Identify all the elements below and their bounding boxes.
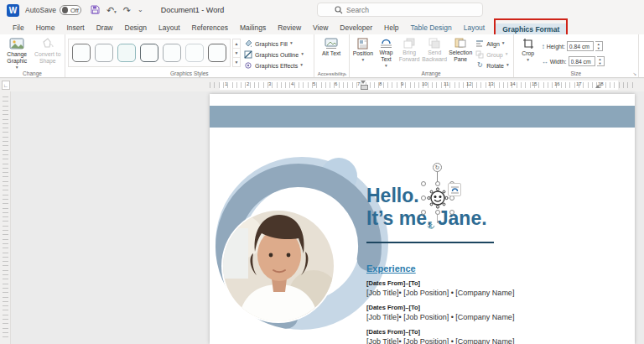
rotate-icon: ↻ xyxy=(475,61,484,70)
autosave-label: AutoSave xyxy=(25,6,56,14)
tab-graphics-format[interactable]: Graphics Format xyxy=(496,23,566,35)
graphics-style-swatch[interactable] xyxy=(185,44,204,62)
graphics-style-swatch[interactable] xyxy=(208,44,226,62)
indent-marker[interactable] xyxy=(361,81,366,90)
graphics-style-swatch[interactable] xyxy=(117,44,136,62)
gallery-down-icon[interactable]: ▼ xyxy=(233,48,240,57)
tab-design[interactable]: Design xyxy=(119,21,153,34)
resize-handle[interactable] xyxy=(449,210,454,215)
resize-handle[interactable] xyxy=(421,181,426,186)
autosave-control[interactable]: AutoSave Off xyxy=(25,5,81,15)
customize-qat-icon[interactable]: ⌄ xyxy=(138,7,143,13)
anchor-stem xyxy=(437,215,438,223)
tab-help[interactable]: Help xyxy=(378,21,404,34)
document-canvas: Hello. It’s me, Jane. Experience [Dates … xyxy=(0,91,644,344)
crop-button[interactable]: Crop ▾ xyxy=(517,36,540,70)
ruler-number: 17 xyxy=(576,81,582,86)
wrap-text-button[interactable]: Wrap Text ▾ xyxy=(376,36,397,70)
tab-layout-contextual[interactable]: Layout xyxy=(458,21,491,34)
graphics-style-swatch[interactable] xyxy=(95,44,113,62)
position-button[interactable]: Position ▾ xyxy=(352,36,374,70)
gallery-up-icon[interactable]: ▲ xyxy=(233,39,240,48)
resize-handle[interactable] xyxy=(435,181,440,186)
graphics-outline-icon xyxy=(244,50,252,59)
vertical-ruler[interactable] xyxy=(0,91,11,344)
change-graphic-button[interactable]: Change Graphic ▾ xyxy=(3,36,32,70)
dropdown-arrow-icon: ▾ xyxy=(506,52,508,57)
accessibility-dialog-launcher-icon[interactable]: ↘ xyxy=(343,71,347,76)
tab-mailings[interactable]: Mailings xyxy=(234,21,272,34)
tab-review[interactable]: Review xyxy=(272,21,307,34)
dropdown-arrow-icon: ▾ xyxy=(361,58,364,63)
height-label: Height: xyxy=(547,44,565,50)
ruler-number: 8 xyxy=(379,81,382,86)
experience-entry[interactable]: [Dates From]–[To] [Job Title]• [Job Posi… xyxy=(366,328,618,344)
tab-layout[interactable]: Layout xyxy=(153,21,186,34)
rotate-handle-icon[interactable]: ↻ xyxy=(433,163,442,172)
rotate-button[interactable]: ↻ Rotate ▾ xyxy=(474,60,510,70)
graphics-outline-button[interactable]: Graphics Outline ▾ xyxy=(242,50,305,60)
height-input[interactable] xyxy=(567,41,594,51)
layout-options-button[interactable] xyxy=(448,183,461,196)
send-backward-label: Send Backward xyxy=(422,50,447,63)
autosave-toggle[interactable]: Off xyxy=(60,5,81,15)
search-input[interactable] xyxy=(346,6,447,14)
entry-role: [Job Title]• [Job Position] • [Company N… xyxy=(366,289,618,298)
brush-circle-graphic[interactable] xyxy=(213,128,392,344)
graphics-style-swatch[interactable] xyxy=(163,44,181,62)
group-change: Change Graphic ▾ Convert to Shape Change xyxy=(0,34,65,77)
size-dialog-launcher-icon[interactable]: ↘ xyxy=(632,71,636,76)
graphics-style-swatch[interactable] xyxy=(72,44,91,62)
spinner-down-icon[interactable]: ▼ xyxy=(597,61,604,65)
graphics-fill-button[interactable]: Graphics Fill ▾ xyxy=(242,39,305,49)
width-spinner[interactable]: ▲ ▼ xyxy=(597,56,605,66)
group-button[interactable]: Group ▾ xyxy=(474,50,510,60)
height-field: ↕ Height: ▲ ▼ xyxy=(542,40,605,52)
dropdown-arrow-icon: ▾ xyxy=(527,58,529,63)
tab-home[interactable]: Home xyxy=(30,21,61,34)
experience-entry[interactable]: [Dates From]–[To] [Job Title]• [Job Posi… xyxy=(366,279,618,298)
redo-icon[interactable]: ↷ xyxy=(123,6,131,15)
graphics-effects-button[interactable]: Graphics Effects ▾ xyxy=(242,60,305,70)
undo-dropdown-icon[interactable]: ▾ xyxy=(114,9,117,14)
search-box[interactable] xyxy=(317,3,483,17)
tab-developer[interactable]: Developer xyxy=(334,21,378,34)
tab-view[interactable]: View xyxy=(307,21,334,34)
save-icon[interactable] xyxy=(91,5,100,16)
width-input[interactable] xyxy=(569,56,595,66)
resize-handle[interactable] xyxy=(435,210,440,215)
experience-entry[interactable]: [Dates From]–[To] [Job Title]• [Job Posi… xyxy=(366,304,618,322)
hero-text-block[interactable]: Hello. It’s me, Jane. Experience [Dates … xyxy=(366,185,618,344)
right-indent-marker[interactable] xyxy=(595,85,600,88)
graphics-style-swatch[interactable] xyxy=(140,44,158,62)
tab-table-design[interactable]: Table Design xyxy=(405,21,458,34)
ruler-number: 10 xyxy=(422,81,428,86)
resize-handle[interactable] xyxy=(421,195,426,201)
graphics-effects-icon xyxy=(244,61,252,70)
entry-dates: [Dates From]–[To] xyxy=(366,304,618,312)
bring-forward-button[interactable]: Bring Forward xyxy=(398,36,420,70)
bring-forward-label: Bring Forward xyxy=(398,50,420,63)
resize-handle[interactable] xyxy=(421,210,426,215)
tab-insert[interactable]: Insert xyxy=(60,21,90,34)
spinner-down-icon[interactable]: ▼ xyxy=(595,46,602,50)
alt-text-button[interactable]: Alt Text xyxy=(317,36,346,70)
tab-references[interactable]: References xyxy=(186,21,234,34)
align-button[interactable]: Align ▾ xyxy=(474,39,510,49)
horizontal-ruler[interactable]: ∟ 1 2 3 4 5 6 7 8 9 10 11 12 13 14 15 16… xyxy=(0,79,644,91)
word-logo-icon[interactable]: W xyxy=(7,4,19,17)
convert-to-shape-button[interactable]: Convert to Shape xyxy=(34,36,63,70)
autosave-state: Off xyxy=(70,7,79,14)
tab-selector-icon[interactable]: ∟ xyxy=(2,81,10,90)
undo-icon[interactable]: ↶▾ xyxy=(106,6,117,15)
send-backward-button[interactable]: Send Backward xyxy=(422,36,447,70)
height-spinner[interactable]: ▲ ▼ xyxy=(595,41,603,51)
tab-draw[interactable]: Draw xyxy=(91,21,119,34)
document-page[interactable]: Hello. It’s me, Jane. Experience [Dates … xyxy=(210,94,635,344)
height-icon: ↕ xyxy=(542,43,545,50)
tab-file[interactable]: File xyxy=(7,21,30,34)
selection-pane-button[interactable]: Selection Pane xyxy=(449,36,472,70)
gallery-more-icon[interactable]: ▼ xyxy=(233,57,240,66)
dropdown-arrow-icon: ▾ xyxy=(300,63,303,68)
group-graphics-styles: ▲ ▼ ▼ Graphics Fill ▾ Graphics Outline ▾… xyxy=(65,34,314,77)
